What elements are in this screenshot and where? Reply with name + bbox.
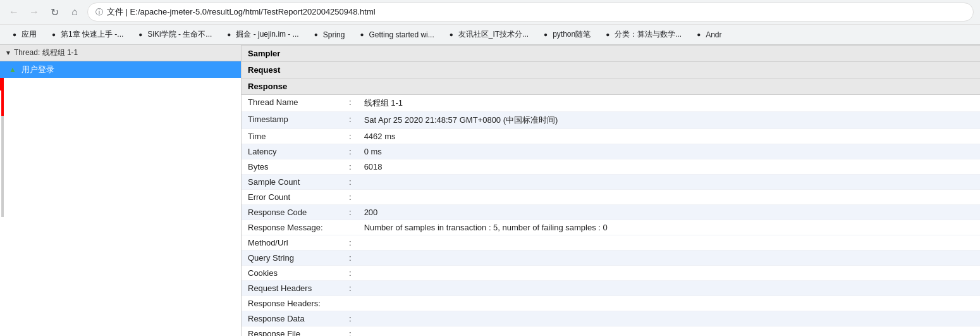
row-value: Number of samples in transaction : 5, nu… bbox=[358, 220, 980, 235]
error-bar bbox=[0, 78, 4, 90]
row-colon: : bbox=[343, 190, 358, 205]
row-colon: : bbox=[343, 129, 358, 144]
bookmark-label: SiKi学院 - 生命不... bbox=[147, 29, 212, 40]
row-colon bbox=[343, 296, 358, 311]
detail-row: Response Data: bbox=[242, 311, 980, 327]
detail-row: Error Count: bbox=[242, 190, 980, 205]
request-section-header: Request bbox=[242, 62, 980, 78]
forward-button[interactable]: → bbox=[27, 4, 42, 20]
error-bar-2 bbox=[1, 90, 4, 116]
collapse-icon[interactable]: ▼ bbox=[5, 49, 11, 56]
leaf-icon: ▲ bbox=[8, 65, 18, 75]
row-colon: : bbox=[343, 159, 358, 175]
row-label: Latency bbox=[242, 144, 343, 159]
bookmark-label: 应用 bbox=[21, 29, 37, 40]
browser-chrome: ← → ↻ ⌂ ⓘ 文件 | E:/apache-jmeter-5.0/resu… bbox=[0, 0, 980, 45]
row-label: Response Message: bbox=[242, 220, 343, 235]
browser-titlebar: ← → ↻ ⌂ ⓘ 文件 | E:/apache-jmeter-5.0/resu… bbox=[0, 0, 980, 24]
row-value bbox=[358, 175, 980, 190]
detail-row: Thread Name:线程组 1-1 bbox=[242, 95, 980, 112]
row-label: Timestamp bbox=[242, 112, 343, 129]
bookmark-item[interactable]: ●应用 bbox=[5, 28, 42, 41]
bookmark-icon: ● bbox=[224, 30, 233, 39]
tree-item-label: 用户登录 bbox=[21, 64, 54, 75]
thread-label: Thread: 线程组 1-1 bbox=[14, 47, 78, 58]
bookmark-label: 掘金 - juejin.im - ... bbox=[236, 29, 298, 40]
row-label: Response Data bbox=[242, 311, 343, 327]
row-value bbox=[358, 251, 980, 266]
bookmark-icon: ● bbox=[312, 30, 321, 39]
bookmark-icon: ● bbox=[541, 30, 550, 39]
row-label: Time bbox=[242, 129, 343, 144]
bookmark-label: Andr bbox=[706, 30, 721, 39]
detail-row: Request Headers: bbox=[242, 281, 980, 296]
bookmark-icon: ● bbox=[357, 30, 366, 39]
sampler-section-label: Sampler bbox=[242, 46, 980, 62]
row-colon: : bbox=[343, 311, 358, 327]
bookmark-item[interactable]: ●第1章 快速上手 -... bbox=[44, 28, 128, 41]
bookmark-label: Getting started wi... bbox=[369, 30, 434, 39]
detail-row: Latency:0 ms bbox=[242, 144, 980, 159]
row-label: Error Count bbox=[242, 190, 343, 205]
bookmark-item[interactable]: ●掘金 - juejin.im - ... bbox=[219, 28, 303, 41]
request-section-label: Request bbox=[242, 62, 980, 78]
row-value bbox=[358, 266, 980, 281]
detail-row: Query String: bbox=[242, 251, 980, 266]
row-colon: : bbox=[343, 95, 358, 112]
detail-row: Timestamp:Sat Apr 25 2020 21:48:57 GMT+0… bbox=[242, 112, 980, 129]
row-value: 线程组 1-1 bbox=[358, 95, 980, 112]
bookmark-label: 第1章 快速上手 -... bbox=[61, 29, 123, 40]
row-value bbox=[358, 327, 980, 337]
bookmark-item[interactable]: ●python随笔 bbox=[536, 28, 596, 41]
home-button[interactable]: ⌂ bbox=[67, 4, 82, 20]
row-value: 200 bbox=[358, 205, 980, 220]
row-label: Request Headers bbox=[242, 281, 343, 296]
detail-row: Cookies: bbox=[242, 266, 980, 281]
bookmark-icon: ● bbox=[136, 30, 145, 39]
detail-panel: Sampler Request Response Thread Name:线程组… bbox=[242, 45, 980, 336]
row-label: Response File bbox=[242, 327, 343, 337]
tree-item-user-login[interactable]: ▲ 用户登录 bbox=[0, 61, 241, 78]
response-section-label: Response bbox=[242, 78, 980, 95]
detail-table: Sampler Request Response Thread Name:线程组… bbox=[242, 45, 980, 336]
row-colon: : bbox=[343, 281, 358, 296]
address-bar[interactable]: ⓘ 文件 | E:/apache-jmeter-5.0/resultLog/ht… bbox=[87, 3, 974, 22]
back-button[interactable]: ← bbox=[6, 4, 21, 20]
row-value bbox=[358, 281, 980, 296]
row-value bbox=[358, 235, 980, 251]
bookmark-label: 分类：算法与数学... bbox=[615, 29, 682, 40]
row-label: Response Headers: bbox=[242, 296, 343, 311]
bookmark-item[interactable]: ●SiKi学院 - 生命不... bbox=[131, 28, 217, 41]
detail-row: Bytes:6018 bbox=[242, 159, 980, 175]
row-value bbox=[358, 296, 980, 311]
row-colon: : bbox=[343, 205, 358, 220]
bookmark-item[interactable]: ●Andr bbox=[689, 29, 726, 40]
main-content: ▼ Thread: 线程组 1-1 ▲ 用户登录 Sampler bbox=[0, 45, 980, 336]
detail-row: Response File: bbox=[242, 327, 980, 337]
bookmark-icon: ● bbox=[49, 30, 58, 39]
detail-row: Response Headers: bbox=[242, 296, 980, 311]
reload-button[interactable]: ↻ bbox=[47, 4, 62, 20]
bookmark-label: 友讯社区_IT技术分... bbox=[458, 29, 529, 40]
bookmark-item[interactable]: ●Spring bbox=[307, 29, 350, 40]
row-colon: : bbox=[343, 327, 358, 337]
row-label: Response Code bbox=[242, 205, 343, 220]
bookmark-item[interactable]: ●Getting started wi... bbox=[352, 29, 439, 40]
row-label: Method/Url bbox=[242, 235, 343, 251]
detail-row: Method/Url: bbox=[242, 235, 980, 251]
bookmark-label: python随笔 bbox=[553, 29, 591, 40]
row-colon: : bbox=[343, 235, 358, 251]
response-section-header: Response bbox=[242, 78, 980, 95]
row-value: Sat Apr 25 2020 21:48:57 GMT+0800 (中国标准时… bbox=[358, 112, 980, 129]
row-label: Query String bbox=[242, 251, 343, 266]
row-label: Bytes bbox=[242, 159, 343, 175]
bookmark-item[interactable]: ●友讯社区_IT技术分... bbox=[442, 28, 534, 41]
row-colon: : bbox=[343, 144, 358, 159]
file-icon: ⓘ bbox=[95, 7, 103, 18]
detail-row: Response Message:Number of samples in tr… bbox=[242, 220, 980, 235]
row-value bbox=[358, 311, 980, 327]
row-colon: : bbox=[343, 251, 358, 266]
bookmark-item[interactable]: ●分类：算法与数学... bbox=[598, 28, 687, 41]
row-label: Sample Count bbox=[242, 175, 343, 190]
detail-row: Sample Count: bbox=[242, 175, 980, 190]
